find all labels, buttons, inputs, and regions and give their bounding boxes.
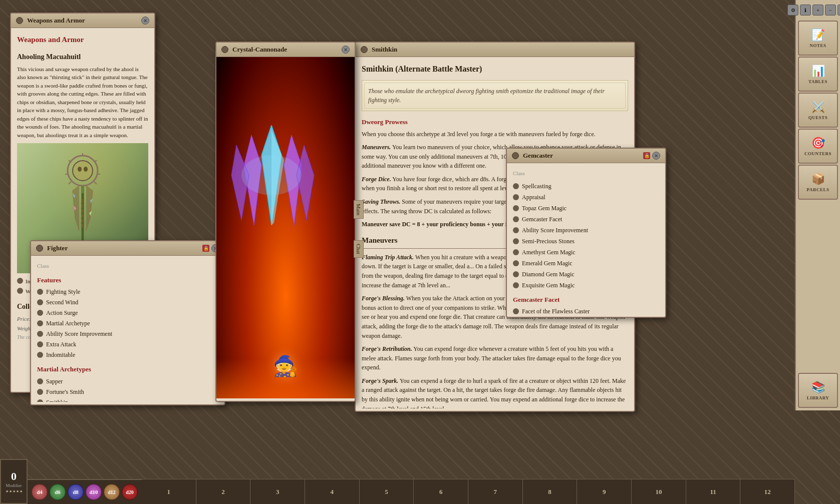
gc-asi-label: Ability Score Improvement — [522, 226, 588, 235]
gc-bullet-7 — [513, 249, 519, 255]
bullet-2 — [17, 288, 23, 294]
gc-bullet-8 — [513, 260, 519, 266]
segment-7[interactable]: 7 — [468, 479, 523, 504]
parcels-icon: 📦 — [811, 173, 825, 186]
feature-indomitable[interactable]: Indomitable — [37, 350, 218, 359]
d12-die[interactable]: d12 — [104, 484, 120, 500]
gc-emerald-gem-magic[interactable]: Emerald Gem Magic — [513, 259, 659, 268]
gc-diamond-gem-magic[interactable]: Diamond Gem Magic — [513, 270, 659, 279]
ahooling-description: This vicious and savage weapon crafted b… — [17, 65, 148, 140]
crystal-panel-close[interactable]: ✕ — [342, 46, 350, 54]
right-toolbar: ⚙ ℹ + − ↩ 📝 NOTES 📊 TABLES ⚔️ QUESTS 🎯 C… — [795, 0, 840, 410]
chat-tab[interactable]: Chat — [354, 240, 364, 258]
toolbar-parcels-button[interactable]: 📦 PARCELS — [798, 165, 838, 200]
smithkin-quote: Those who emulate the archetypical dweor… — [362, 80, 628, 111]
toolbar-notes-button[interactable]: 📝 NOTES — [798, 21, 838, 56]
feature-martial-archetype[interactable]: Martial Archetype — [37, 319, 218, 328]
gc-bullet-9 — [513, 271, 519, 277]
toolbar-tables-button[interactable]: 📊 TABLES — [798, 57, 838, 92]
crystal-cannonade-image: 🧙 — [216, 57, 355, 398]
gc-exquisite-gem-magic[interactable]: Exquisite Gem Magic — [513, 281, 659, 290]
weapons-section-title: Weapons and Armor — [17, 34, 148, 46]
gc-amethyst-label: Amethyst Gem Magic — [522, 248, 576, 257]
segment-1[interactable]: 1 — [142, 479, 196, 504]
gc-gemcaster-facet[interactable]: Gemcaster Facet — [513, 215, 659, 224]
segment-11[interactable]: 11 — [686, 479, 741, 504]
smithkin-dot — [361, 46, 368, 53]
toolbar-small-btn-3[interactable]: + — [812, 5, 823, 16]
svg-point-10 — [84, 167, 88, 172]
toolbar-quests-button[interactable]: ⚔️ QUESTS — [798, 93, 838, 128]
feature-bullet-3 — [37, 310, 43, 316]
crystal-panel-header: Crystal-Cannonade ✕ — [216, 43, 355, 57]
gc-topaz-gem-magic[interactable]: Topaz Gem Magic — [513, 204, 659, 213]
svg-line-8 — [69, 182, 71, 184]
feature-second-wind[interactable]: Second Wind — [37, 298, 218, 307]
weapons-panel-title: Weapons and Armor — [27, 17, 85, 25]
smithkin-subtitle: Smithkin (Alternate Battle Master) — [362, 63, 628, 75]
gc-facet-flawless[interactable]: Facet of the Flawless Caster — [513, 307, 659, 314]
gc-amethyst-gem-magic[interactable]: Amethyst Gem Magic — [513, 248, 659, 257]
smithkin-panel-title: Smithkin — [372, 46, 397, 54]
d6-die[interactable]: d6 — [50, 484, 66, 500]
tables-label: TABLES — [808, 79, 827, 84]
toolbar-small-btn-2[interactable]: ℹ — [800, 5, 811, 16]
gc-bullet-2 — [513, 194, 519, 200]
archetype-smithkin-label: Smithkin — [46, 398, 68, 402]
gc-semi-precious[interactable]: Semi-Precious Stones — [513, 237, 659, 246]
bottom-bar: d4 d6 d8 d10 d12 d20 1 2 3 4 5 6 7 8 9 1… — [28, 479, 795, 504]
toolbar-library-button[interactable]: 📚 LIBRARY — [798, 373, 838, 408]
flaming-trip-label: Flaming Trip Attack. — [362, 254, 414, 261]
toolbar-small-btn-5[interactable]: ↩ — [837, 5, 840, 16]
gemcaster-panel-header: Gemcaster 🔒 ✕ — [507, 149, 665, 163]
feature-indomitable-label: Indomitable — [46, 350, 75, 359]
forge-dice-label: Forge Dice. — [362, 176, 391, 183]
d8-die[interactable]: d8 — [68, 484, 84, 500]
quests-label: QUESTS — [808, 115, 828, 120]
gc-topaz-label: Topaz Gem Magic — [522, 204, 567, 213]
gc-semi-precious-label: Semi-Precious Stones — [522, 237, 575, 246]
gemcaster-panel-close[interactable]: ✕ — [652, 152, 660, 160]
segment-5[interactable]: 5 — [360, 479, 414, 504]
forges-spark-text: Forge's Spark. You can expend a forge di… — [362, 376, 628, 408]
fighter-panel: Fighter 🔒 ✕ Class Features Fighting Styl… — [30, 240, 225, 405]
d4-die[interactable]: d4 — [32, 484, 48, 500]
archetype-bullet-2 — [37, 389, 43, 395]
feature-fighting-style[interactable]: Fighting Style — [37, 287, 218, 296]
segment-6[interactable]: 6 — [414, 479, 468, 504]
gemcaster-panel-controls: 🔒 ✕ — [643, 152, 660, 160]
fighter-dot — [36, 245, 43, 252]
smithkin-quote-text: Those who emulate the archetypical dweor… — [368, 88, 605, 104]
feature-martial-archetype-label: Martial Archetype — [46, 319, 90, 328]
toolbar-small-btn-4[interactable]: − — [825, 5, 836, 16]
feature-extra-attack-label: Extra Attack — [46, 340, 76, 349]
feature-action-surge[interactable]: Action Surge — [37, 308, 218, 317]
segment-4[interactable]: 4 — [305, 479, 360, 504]
d10-die[interactable]: d10 — [86, 484, 102, 500]
segment-2[interactable]: 2 — [196, 479, 251, 504]
segment-9[interactable]: 9 — [577, 479, 632, 504]
number-segments: 1 2 3 4 5 6 7 8 9 10 11 12 — [142, 479, 795, 504]
gemcaster-panel-title: Gemcaster — [523, 152, 553, 160]
segment-3[interactable]: 3 — [250, 479, 305, 504]
dice-container: d4 d6 d8 d10 d12 d20 — [28, 484, 142, 500]
archetype-sapper[interactable]: Sapper — [37, 377, 218, 386]
gc-spellcasting[interactable]: Spellcasting — [513, 182, 659, 191]
toolbar-small-btn-1[interactable]: ⚙ — [787, 5, 798, 16]
fighter-lock-icon[interactable]: 🔒 — [202, 245, 209, 252]
toolbar-counters-button[interactable]: 🎯 COUNTERS — [798, 129, 838, 164]
segment-8[interactable]: 8 — [523, 479, 578, 504]
d20-die[interactable]: d20 — [122, 484, 138, 500]
segment-12[interactable]: 12 — [740, 479, 795, 504]
feature-extra-attack[interactable]: Extra Attack — [37, 340, 218, 349]
feature-asi-label: Ability Score Improvement — [46, 329, 112, 338]
archetype-smithkin[interactable]: Smithkin — [37, 398, 218, 402]
main-tab[interactable]: Main — [354, 200, 364, 219]
segment-10[interactable]: 10 — [632, 479, 686, 504]
weapons-panel-close[interactable]: ✕ — [141, 17, 149, 25]
feature-asi[interactable]: Ability Score Improvement — [37, 329, 218, 338]
gc-asi[interactable]: Ability Score Improvement — [513, 226, 659, 235]
gc-appraisal[interactable]: Appraisal — [513, 193, 659, 202]
feature-bullet-1 — [37, 289, 43, 295]
archetype-fortunes-smith[interactable]: Fortune's Smith — [37, 387, 218, 396]
